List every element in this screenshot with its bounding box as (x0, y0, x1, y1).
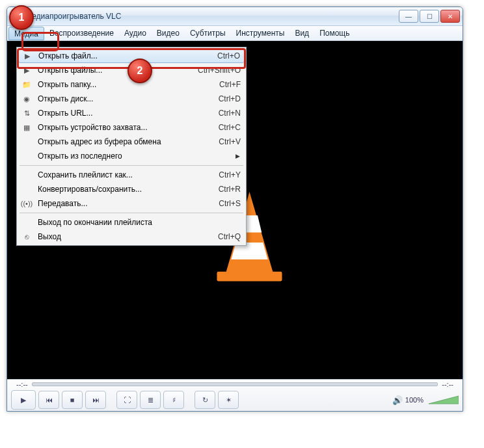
menu-item-10[interactable]: Конвертировать/сохранить...Ctrl+R (18, 182, 245, 196)
eq-icon: ♯ (172, 396, 176, 404)
submenu-arrow-icon: ▶ (234, 153, 241, 159)
controls-bar: --:-- --:-- ▶ ⏮ ■ ⏭ ⛶ ≣ ♯ ↻ ✶ 🔊 100% (7, 379, 463, 411)
prev-icon: ⏮ (46, 396, 53, 404)
menu-item-shortcut: Ctrl+N (219, 109, 241, 118)
loop-icon: ↻ (202, 396, 208, 404)
callout-2: 2 (128, 59, 152, 83)
play-button[interactable]: ▶ (11, 390, 36, 410)
menu-item-shortcut: Ctrl+F (219, 80, 241, 89)
fullscreen-icon: ⛶ (124, 396, 131, 404)
menu-item-label: Открыть файл... (38, 51, 211, 60)
volume-slider[interactable] (429, 395, 459, 405)
menu-item-shortcut: Ctrl+Shift+O (198, 66, 241, 75)
menu-item-7[interactable]: Открыть из последнего▶ (18, 149, 245, 163)
network-icon: ⇅ (21, 108, 33, 118)
svg-rect-3 (217, 272, 282, 282)
menu-tools[interactable]: Инструменты (231, 26, 290, 40)
callout-1: 1 (9, 5, 34, 30)
menu-item-label: Открыть диск... (38, 94, 212, 103)
stream-icon: ((•)) (21, 198, 33, 209)
blank-icon (21, 184, 33, 194)
stop-button[interactable]: ■ (62, 391, 83, 409)
loop-button[interactable]: ↻ (195, 391, 215, 409)
seek-bar[interactable]: --:-- --:-- (7, 380, 463, 389)
menu-item-shortcut: Ctrl+R (219, 185, 241, 194)
menu-item-11[interactable]: ((•))Передавать...Ctrl+S (18, 196, 245, 211)
menu-help[interactable]: Помощь (314, 26, 355, 40)
menu-view[interactable]: Вид (289, 26, 314, 40)
next-icon: ⏭ (92, 396, 100, 404)
menu-item-label: Выход (38, 232, 211, 241)
menu-item-6[interactable]: Открыть адрес из буфера обменаCtrl+V (18, 135, 245, 149)
shuffle-icon: ✶ (226, 396, 232, 404)
menu-item-4[interactable]: ⇅Открыть URL...Ctrl+N (18, 106, 245, 120)
menu-video[interactable]: Видео (152, 26, 185, 40)
play-files-icon: ▶ (21, 65, 33, 75)
menu-subtitles[interactable]: Субтитры (185, 26, 231, 40)
menu-item-shortcut: Ctrl+Y (219, 170, 241, 179)
menu-item-9[interactable]: Сохранить плейлист как...Ctrl+Y (18, 168, 245, 182)
time-end: --:-- (442, 380, 453, 388)
menu-item-label: Открыть устройство захвата... (38, 123, 212, 132)
ext-icon: ≣ (148, 396, 154, 404)
menu-item-label: Открыть папку... (38, 80, 213, 89)
menu-separator (20, 213, 243, 213)
menu-item-shortcut: Ctrl+S (219, 199, 241, 208)
menu-item-3[interactable]: ◉Открыть диск...Ctrl+D (18, 92, 245, 106)
play-file-icon: ▶ (21, 51, 33, 61)
exit-icon: ⎋ (21, 231, 33, 242)
menu-item-label: Конвертировать/сохранить... (38, 185, 212, 194)
window-buttons: — ☐ ✕ (399, 10, 460, 23)
blank-icon (21, 217, 33, 228)
close-button[interactable]: ✕ (440, 10, 460, 23)
blank-icon (21, 137, 33, 147)
menu-item-shortcut: Ctrl+V (219, 137, 241, 146)
menu-item-14[interactable]: ⎋ВыходCtrl+Q (18, 230, 245, 244)
menu-item-label: Открыть URL... (38, 109, 212, 118)
blank-icon (21, 170, 33, 180)
shuffle-button[interactable]: ✶ (218, 391, 239, 409)
svg-marker-4 (429, 396, 459, 404)
menubar: Медиа Воспроизведение Аудио Видео Субтит… (7, 26, 463, 41)
blank-icon (21, 151, 33, 161)
menu-item-label: Передавать... (38, 199, 212, 208)
menu-item-shortcut: Ctrl+C (219, 123, 241, 132)
minimize-button[interactable]: — (399, 10, 418, 23)
window-title: Медиапроигрыватель VLC (25, 12, 399, 21)
volume-label: 100% (405, 396, 424, 404)
next-button[interactable]: ⏭ (85, 391, 106, 409)
disc-icon: ◉ (21, 94, 33, 104)
folder-icon: 📁 (21, 79, 33, 90)
menu-item-shortcut: Ctrl+D (219, 94, 241, 103)
time-start: --:-- (16, 380, 28, 388)
control-row: ▶ ⏮ ■ ⏭ ⛶ ≣ ♯ ↻ ✶ 🔊 100% (7, 389, 463, 411)
equalizer-button[interactable]: ♯ (163, 391, 184, 409)
fullscreen-button[interactable]: ⛶ (116, 391, 137, 409)
stop-icon: ■ (70, 396, 75, 404)
menu-item-shortcut: Ctrl+O (217, 51, 240, 60)
menu-audio[interactable]: Аудио (119, 26, 152, 40)
menu-item-label: Открыть адрес из буфера обмена (38, 137, 212, 146)
maximize-button[interactable]: ☐ (420, 10, 439, 23)
speaker-icon[interactable]: 🔊 (392, 395, 403, 405)
extended-button[interactable]: ≣ (140, 391, 161, 409)
titlebar: Медиапроигрыватель VLC — ☐ ✕ (7, 7, 463, 26)
menu-item-13[interactable]: Выход по окончании плейлиста (18, 215, 245, 230)
menu-playback[interactable]: Воспроизведение (44, 26, 119, 40)
seek-track[interactable] (32, 382, 438, 386)
play-icon: ▶ (21, 396, 26, 404)
prev-button[interactable]: ⏮ (38, 391, 59, 409)
menu-item-label: Открыть файлы... (38, 66, 191, 75)
menu-item-5[interactable]: ▦Открыть устройство захвата...Ctrl+C (18, 120, 245, 135)
capture-icon: ▦ (21, 122, 33, 133)
menu-separator (20, 165, 243, 166)
menu-item-label: Выход по окончании плейлиста (38, 218, 234, 227)
menu-item-label: Сохранить плейлист как... (38, 170, 212, 179)
menu-item-label: Открыть из последнего (38, 152, 228, 161)
menu-item-shortcut: Ctrl+Q (218, 232, 241, 241)
